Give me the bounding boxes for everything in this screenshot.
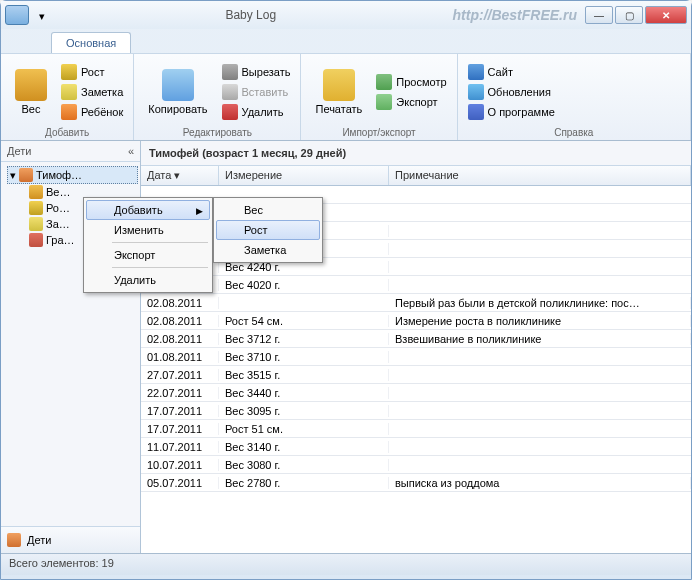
titlebar: ▾ Baby Log http://BestFREE.ru — ▢ ✕ bbox=[1, 1, 691, 29]
chart-icon bbox=[29, 233, 43, 247]
paste-button[interactable]: Вставить bbox=[220, 83, 293, 101]
expand-icon[interactable]: ▾ bbox=[10, 169, 16, 182]
view-icon bbox=[376, 74, 392, 90]
ctx-delete[interactable]: Удалить bbox=[86, 270, 210, 290]
table-row[interactable]: 02.08.2011Первый раз были в детской поли… bbox=[141, 294, 691, 312]
table-row[interactable]: 27.07.2011Вес 3515 г. bbox=[141, 366, 691, 384]
refresh-icon bbox=[468, 84, 484, 100]
info-icon bbox=[468, 104, 484, 120]
cell-note: выписка из роддома bbox=[389, 477, 691, 489]
cell-measurement: Вес 4020 г. bbox=[219, 279, 389, 291]
table-row[interactable]: 08.08.2011Вес 4020 г. bbox=[141, 276, 691, 294]
minimize-button[interactable]: — bbox=[585, 6, 613, 24]
ribbon-group-io: Печатать Просмотр Экспорт Импорт/экспорт bbox=[301, 54, 457, 140]
cell-date: 17.07.2011 bbox=[141, 405, 219, 417]
table-row[interactable]: 05.07.2011Вес 2780 г.выписка из роддома bbox=[141, 474, 691, 492]
statusbar: Всего элементов: 19 bbox=[1, 553, 691, 575]
ribbon-group-help: Сайт Обновления О программе Справка bbox=[458, 54, 691, 140]
sort-icon: ▾ bbox=[174, 169, 180, 181]
child-button[interactable]: Ребёнок bbox=[59, 103, 125, 121]
view-button[interactable]: Просмотр bbox=[374, 73, 448, 91]
separator bbox=[112, 242, 208, 243]
watermark: http://BestFREE.ru bbox=[453, 7, 577, 23]
cell-date: 01.08.2011 bbox=[141, 351, 219, 363]
cell-measurement: Вес 3080 г. bbox=[219, 459, 389, 471]
table-row[interactable]: 17.07.2011Рост 51 см. bbox=[141, 420, 691, 438]
table-row[interactable]: 10.07.2011Вес 3080 г. bbox=[141, 456, 691, 474]
updates-button[interactable]: Обновления bbox=[466, 83, 557, 101]
context-menu: Добавить▶ Изменить Экспорт Удалить bbox=[83, 197, 213, 293]
table-row[interactable]: 02.08.2011Вес 3712 г.Взвешивание в полик… bbox=[141, 330, 691, 348]
ribbon-group-edit: Копировать Вырезать Вставить Удалить Ред… bbox=[134, 54, 301, 140]
cell-measurement: Вес 3710 г. bbox=[219, 351, 389, 363]
chevron-right-icon: ▶ bbox=[196, 206, 203, 216]
ruler-icon bbox=[29, 201, 43, 215]
print-icon bbox=[323, 69, 355, 101]
ruler-icon bbox=[61, 64, 77, 80]
cell-date: 02.08.2011 bbox=[141, 297, 219, 309]
person-icon bbox=[19, 168, 33, 182]
height-button[interactable]: Рост bbox=[59, 63, 125, 81]
tab-main[interactable]: Основная bbox=[51, 32, 131, 53]
ribbon: Вес Рост Заметка Ребёнок Добавить Копиро… bbox=[1, 53, 691, 141]
collapse-icon[interactable]: « bbox=[128, 145, 134, 157]
cell-note: Измерение роста в поликлинике bbox=[389, 315, 691, 327]
weight-label: Вес bbox=[22, 103, 41, 115]
ribbon-group-add: Вес Рост Заметка Ребёнок Добавить bbox=[1, 54, 134, 140]
delete-button[interactable]: Удалить bbox=[220, 103, 293, 121]
cell-date: 10.07.2011 bbox=[141, 459, 219, 471]
paste-icon bbox=[222, 84, 238, 100]
table-row[interactable]: 17.07.2011Вес 3095 г. bbox=[141, 402, 691, 420]
ctx-edit[interactable]: Изменить bbox=[86, 220, 210, 240]
scale-icon bbox=[29, 185, 43, 199]
cut-button[interactable]: Вырезать bbox=[220, 63, 293, 81]
cell-date: 22.07.2011 bbox=[141, 387, 219, 399]
close-button[interactable]: ✕ bbox=[645, 6, 687, 24]
cell-measurement: Рост 54 см. bbox=[219, 315, 389, 327]
maximize-button[interactable]: ▢ bbox=[615, 6, 643, 24]
cell-date: 11.07.2011 bbox=[141, 441, 219, 453]
cell-note: Взвешивание в поликлинике bbox=[389, 333, 691, 345]
table-row[interactable]: 22.07.2011Вес 3440 г. bbox=[141, 384, 691, 402]
cut-icon bbox=[222, 64, 238, 80]
sidebar-footer[interactable]: Дети bbox=[1, 526, 140, 553]
table-row[interactable]: 01.08.2011Вес 3710 г. bbox=[141, 348, 691, 366]
context-submenu: Вес Рост Заметка bbox=[213, 197, 323, 263]
cell-date: 02.08.2011 bbox=[141, 333, 219, 345]
table-row[interactable]: 02.08.2011Рост 54 см.Измерение роста в п… bbox=[141, 312, 691, 330]
ctx-add[interactable]: Добавить▶ bbox=[86, 200, 210, 220]
qat-dropdown-icon[interactable]: ▾ bbox=[39, 10, 49, 20]
delete-icon bbox=[222, 104, 238, 120]
about-button[interactable]: О программе bbox=[466, 103, 557, 121]
cell-note: Первый раз были в детской поликлинике: п… bbox=[389, 297, 691, 309]
note-icon bbox=[61, 84, 77, 100]
note-icon bbox=[29, 217, 43, 231]
column-date[interactable]: Дата ▾ bbox=[141, 166, 219, 185]
column-measurement[interactable]: Измерение bbox=[219, 166, 389, 185]
ctx-export[interactable]: Экспорт bbox=[86, 245, 210, 265]
print-button[interactable]: Печатать bbox=[309, 67, 368, 117]
person-icon bbox=[7, 533, 21, 547]
grid-header: Дата ▾ Измерение Примечание bbox=[141, 166, 691, 186]
cell-date: 27.07.2011 bbox=[141, 369, 219, 381]
child-icon bbox=[61, 104, 77, 120]
cell-measurement: Вес 2780 г. bbox=[219, 477, 389, 489]
export-button[interactable]: Экспорт bbox=[374, 93, 448, 111]
ctx-sub-height[interactable]: Рост bbox=[216, 220, 320, 240]
ctx-sub-weight[interactable]: Вес bbox=[216, 200, 320, 220]
copy-button[interactable]: Копировать bbox=[142, 67, 213, 117]
group-label: Добавить bbox=[9, 125, 125, 138]
cell-measurement: Вес 3440 г. bbox=[219, 387, 389, 399]
cell-date: 05.07.2011 bbox=[141, 477, 219, 489]
ctx-sub-note[interactable]: Заметка bbox=[216, 240, 320, 260]
site-button[interactable]: Сайт bbox=[466, 63, 557, 81]
sidebar-header: Дети « bbox=[1, 141, 140, 162]
app-icon[interactable] bbox=[5, 5, 29, 25]
tree-item-child[interactable]: ▾ Тимоф… bbox=[7, 166, 138, 184]
column-note[interactable]: Примечание bbox=[389, 166, 691, 185]
cell-measurement: Вес 3140 г. bbox=[219, 441, 389, 453]
table-row[interactable]: 11.07.2011Вес 3140 г. bbox=[141, 438, 691, 456]
window-title: Baby Log bbox=[49, 8, 453, 22]
note-button[interactable]: Заметка bbox=[59, 83, 125, 101]
weight-button[interactable]: Вес bbox=[9, 67, 53, 117]
